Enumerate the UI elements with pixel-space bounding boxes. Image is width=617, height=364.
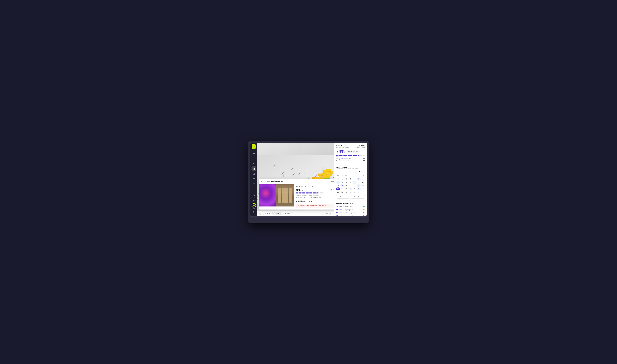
cal-day-5[interactable]: 5 [357,178,361,181]
sidebar-icon-layers[interactable] [252,161,256,166]
items-count-badge: 63 items [330,189,334,191]
cal-day-26[interactable]: 26 [357,187,361,190]
svg-rect-6 [253,169,253,170]
cal-day-17[interactable]: 17 [348,184,352,187]
cal-day-31-prev[interactable]: 31 [336,178,340,181]
actions-title: Actions required (203) [336,202,365,204]
cal-day-4[interactable]: 4 [353,178,357,181]
cal-day-23[interactable]: 23 [344,187,348,190]
cal-day-7[interactable]: 7 [336,181,340,184]
action-link-2[interactable]: 12 locations [336,209,344,210]
view-3d-button[interactable]: 3D View [272,212,281,215]
cal-day-29[interactable]: 29 [340,191,344,194]
sidebar-icon-flag[interactable] [252,182,256,186]
cal-day-2[interactable]: 2 [344,178,348,181]
cal-day-9[interactable]: 9 [344,181,348,184]
cal-day-10[interactable]: 10 [348,181,352,184]
scan-results-popup: Scan results for DD0-V0-16D Close × [258,179,334,209]
cal-day-21-today[interactable]: 21 [336,187,340,190]
svg-rect-9 [253,173,255,175]
action-link-3[interactable]: 14 locations [336,212,344,214]
cal-day-28[interactable]: 28 [336,191,340,194]
app-logo[interactable]: D [252,144,256,149]
cal-day-30[interactable]: 30 [344,191,348,194]
occupied-pct-inline: 74% [348,158,351,159]
zoom-out-button[interactable]: − [322,212,325,215]
svg-point-14 [254,195,254,195]
action-link-1[interactable]: 94 locations [336,206,344,208]
product-name-item: Name of Product Pull-on Relaxed Fit [309,195,322,198]
session-time: 03h46 [252,208,255,209]
cal-day-2-next[interactable]: 2 [353,191,357,194]
cal-day-22[interactable]: 22 [340,187,344,190]
action-link-4[interactable]: 30 locations [336,215,344,216]
svg-line-4 [254,159,255,159]
cal-day-4-next[interactable]: 4 [361,191,365,194]
svg-rect-50 [324,172,327,175]
cal-day-19[interactable]: 19 [357,184,361,187]
cal-day-6[interactable]: 6 [361,178,365,181]
cal-day-14[interactable]: 14 [336,184,340,187]
action-pct-1: 56% [362,206,365,208]
cal-day-24[interactable]: 24 [348,187,352,190]
racks-scanned-badge: 7 racks scanned [347,150,360,153]
sidebar-icon-check[interactable] [252,171,256,176]
cal-day-3-next[interactable]: 3 [357,191,361,194]
prev-month-button[interactable]: ‹ [355,170,358,173]
alert-text: Incorrect set of items found in this loc… [300,205,326,207]
sidebar-icon-chart[interactable] [252,166,256,171]
occupied-count: 299 [362,158,365,159]
available-pct-inline: 26% [348,160,351,162]
calendar-week-3: 14 15 16 17 18 19 20 [336,184,365,187]
occupied-locations-link[interactable]: Occupied locations [336,158,348,159]
cal-header-mo: Mo [336,174,340,177]
cal-day-25[interactable]: 25 [353,187,357,190]
popup-title: Scan results for DD0-V0-16D [261,181,283,182]
scan-time-range: 23:00 → 23:13 [357,146,365,148]
view-real-button[interactable]: Real Scan [282,212,292,215]
cal-day-20[interactable]: 20 [361,184,365,187]
older-scan-button[interactable]: ‹ Older scan [336,195,350,198]
calendar-section: Scan Timeline Select a date to view scan… [334,164,367,201]
right-panel: Scan Results Total space occupancy 21st … [334,143,367,216]
cal-day-8[interactable]: 8 [340,181,344,184]
view-2d-button[interactable]: 2D View [263,212,271,215]
sidebar-icon-eye[interactable] [252,176,256,181]
cal-day-1[interactable]: 1 [340,178,344,181]
action-label-3: 14 locations with missing items [336,212,362,214]
info-button[interactable]: i [259,212,262,215]
sidebar-icon-search[interactable] [252,156,256,161]
cal-day-27[interactable]: 27 [361,187,365,190]
next-month-button[interactable]: › [362,170,365,173]
shipment-value: NHJ7829320 [296,196,306,198]
sidebar-icon-home[interactable] [252,210,256,214]
calendar-grid[interactable]: Mo Tu We Th Fr Sa Su 31 1 2 [336,174,365,194]
close-button[interactable]: Close [330,181,334,182]
cal-day-13[interactable]: 13 [361,181,365,184]
cal-header-we: We [344,174,348,177]
cal-day-1-next[interactable]: 1 [348,191,352,194]
cal-header-su: Su [361,174,365,177]
sidebar-icon-info[interactable] [252,193,256,198]
cal-day-18[interactable]: 18 [353,184,357,187]
cal-day-15[interactable]: 15 [340,184,344,187]
action-label-1: 94 locations with full match [336,206,362,208]
arrival-item: Arrival Date 3 January 2023 4:00 PM [296,199,312,203]
sidebar-icon-settings[interactable] [252,198,256,203]
newer-scan-button[interactable]: Newer Scan › [351,195,365,198]
scan-navigation: ‹ Older scan Newer Scan › [336,195,365,198]
svg-rect-8 [254,168,255,170]
cal-day-3[interactable]: 3 [348,178,352,181]
action-label-4: 30 locations occupied with incor... [336,215,363,216]
volume-percentage: 89% [296,188,303,192]
cal-day-12[interactable]: 12 [357,181,361,184]
cal-day-16[interactable]: 16 [344,184,348,187]
warehouse-view[interactable]: i 2D View 3D View Real Scan − + [257,143,334,216]
popup-images [258,184,294,209]
alert-icon: ⚠ [297,205,299,207]
sidebar-icon-menu[interactable] [252,151,256,156]
zoom-in-button[interactable]: + [329,212,332,215]
svg-point-15 [254,200,254,201]
arrival-info: Arrival Date 3 January 2023 4:00 PM [296,199,334,203]
cal-day-11[interactable]: 11 [353,181,357,184]
